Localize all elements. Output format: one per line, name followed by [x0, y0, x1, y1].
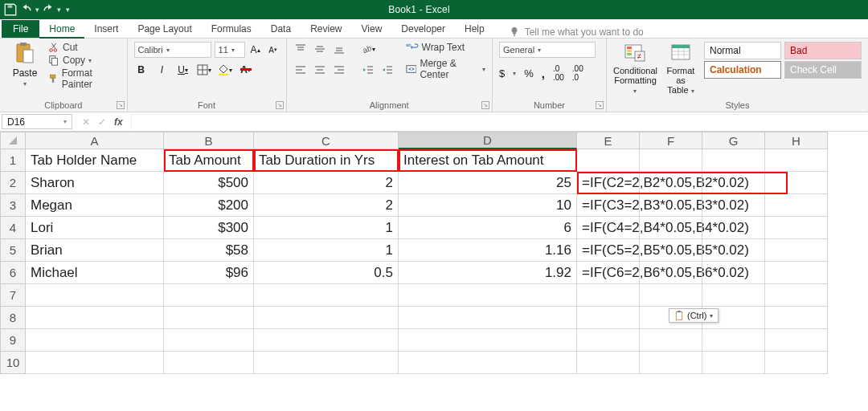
enter-formula-icon[interactable]: ✓: [98, 116, 106, 128]
cell-A7[interactable]: [26, 284, 164, 307]
borders-icon[interactable]: ▾: [197, 63, 211, 77]
col-header-E[interactable]: E: [577, 132, 640, 149]
cell-G5[interactable]: [702, 239, 765, 262]
merge-center-button[interactable]: Merge & Center ▾: [406, 58, 485, 80]
cell-A4[interactable]: Lori: [26, 217, 164, 239]
cell-style-calculation[interactable]: Calculation: [704, 61, 781, 79]
cell-G3[interactable]: [702, 194, 765, 217]
font-size-select[interactable]: 11▾: [215, 42, 245, 58]
cell-F6[interactable]: [640, 262, 702, 284]
cell-G1[interactable]: [702, 149, 765, 172]
percent-icon[interactable]: %: [524, 67, 534, 79]
decrease-decimal-icon[interactable]: .00.0: [572, 64, 583, 82]
tab-view[interactable]: View: [352, 20, 392, 38]
alignment-launcher[interactable]: ↘: [481, 101, 489, 109]
cell-A3[interactable]: Megan: [26, 194, 164, 217]
underline-icon[interactable]: U▾: [176, 63, 190, 77]
cancel-formula-icon[interactable]: ✕: [82, 116, 90, 128]
cell-D5[interactable]: 1.16: [399, 239, 577, 262]
decrease-font-icon[interactable]: A▾: [266, 43, 280, 57]
cell-F4[interactable]: [640, 217, 702, 239]
italic-icon[interactable]: I: [155, 63, 170, 77]
tab-page-layout[interactable]: Page Layout: [128, 20, 201, 38]
row-header-1[interactable]: 1: [0, 149, 26, 172]
qat-custom-caret-icon[interactable]: ▾: [63, 6, 70, 14]
cell-A2[interactable]: Sharon: [26, 172, 164, 194]
tab-insert[interactable]: Insert: [84, 20, 128, 38]
align-right-icon[interactable]: [332, 63, 346, 77]
cell-E6[interactable]: =IF(C6=2,B6*0.05,B6*0.02): [577, 262, 640, 284]
fx-icon[interactable]: fx: [114, 116, 123, 128]
row-header-5[interactable]: 5: [0, 239, 26, 262]
bold-icon[interactable]: B: [134, 63, 149, 77]
row-header-10[interactable]: 10: [0, 352, 26, 374]
cell-E4[interactable]: =IF(C4=2,B4*0.05,B4*0.02): [577, 217, 640, 239]
name-box[interactable]: D16 ▾: [2, 114, 72, 129]
row-header-6[interactable]: 6: [0, 262, 26, 284]
cell-D4[interactable]: 6: [399, 217, 577, 239]
redo-caret-icon[interactable]: ▾: [57, 6, 61, 14]
tab-help[interactable]: Help: [455, 20, 494, 38]
cell-C2[interactable]: 2: [254, 172, 399, 194]
cell-F5[interactable]: [640, 239, 702, 262]
row-header-8[interactable]: 8: [0, 307, 26, 329]
paste-caret-icon[interactable]: ▾: [23, 80, 27, 87]
cell-style-check-cell[interactable]: Check Cell: [784, 61, 862, 79]
row-header-9[interactable]: 9: [0, 329, 26, 352]
cell-E3[interactable]: =IF(C3=2,B3*0.05,B3*0.02): [577, 194, 640, 217]
tab-formulas[interactable]: Formulas: [202, 20, 261, 38]
cell-G4[interactable]: [702, 217, 765, 239]
paste-options-caret-icon[interactable]: ▾: [710, 312, 713, 319]
cell-G6[interactable]: [702, 262, 765, 284]
font-color-icon[interactable]: A ▾: [239, 63, 253, 77]
cell-A1[interactable]: Tab Holder Name: [26, 149, 164, 172]
cell-B5[interactable]: $58: [164, 239, 254, 262]
paste-options-tag[interactable]: (Ctrl) ▾: [669, 308, 719, 323]
format-as-table-button[interactable]: Format asTable ▾: [662, 42, 699, 96]
align-middle-icon[interactable]: [313, 42, 327, 56]
col-header-D[interactable]: D: [399, 132, 577, 149]
cell-H1[interactable]: [765, 149, 828, 172]
cell-C6[interactable]: 0.5: [254, 262, 399, 284]
cell-E5[interactable]: =IF(C5=2,B5*0.05,B5*0.02): [577, 239, 640, 262]
number-format-select[interactable]: General▾: [499, 42, 596, 58]
increase-font-icon[interactable]: A▴: [248, 43, 263, 57]
cell-H3[interactable]: [765, 194, 828, 217]
cell-F3[interactable]: [640, 194, 702, 217]
wrap-text-button[interactable]: ab Wrap Text: [406, 42, 485, 53]
increase-decimal-icon[interactable]: .0.00: [553, 64, 564, 82]
currency-icon[interactable]: $: [499, 67, 505, 79]
select-all-corner[interactable]: [0, 132, 26, 149]
col-header-G[interactable]: G: [702, 132, 765, 149]
undo-icon[interactable]: [19, 2, 34, 17]
row-header-4[interactable]: 4: [0, 217, 26, 239]
cell-D6[interactable]: 1.92: [399, 262, 577, 284]
font-launcher[interactable]: ↘: [276, 101, 284, 109]
increase-indent-icon[interactable]: [380, 63, 395, 77]
cell-D3[interactable]: 10: [399, 194, 577, 217]
col-header-F[interactable]: F: [640, 132, 702, 149]
cell-style-normal[interactable]: Normal: [704, 42, 781, 59]
number-launcher[interactable]: ↘: [596, 101, 604, 109]
copy-button[interactable]: Copy ▾: [48, 55, 121, 66]
cell-B3[interactable]: $200: [164, 194, 254, 217]
redo-icon[interactable]: [41, 2, 55, 17]
col-header-C[interactable]: C: [254, 132, 399, 149]
cell-H6[interactable]: [765, 262, 828, 284]
cell-C4[interactable]: 1: [254, 217, 399, 239]
tab-data[interactable]: Data: [261, 20, 301, 38]
cell-H5[interactable]: [765, 239, 828, 262]
decrease-indent-icon[interactable]: [361, 63, 375, 77]
format-painter-button[interactable]: Format Painter: [48, 67, 121, 90]
cell-A5[interactable]: Brian: [26, 239, 164, 262]
align-left-icon[interactable]: [293, 63, 308, 77]
conditional-formatting-button[interactable]: ≠ ConditionalFormatting ▾: [613, 42, 657, 96]
comma-icon[interactable]: ,: [542, 67, 545, 80]
align-bottom-icon[interactable]: [332, 42, 346, 56]
font-name-select[interactable]: Calibri▾: [134, 42, 211, 58]
tab-file[interactable]: File: [2, 20, 39, 38]
row-header-3[interactable]: 3: [0, 194, 26, 217]
cell-A6[interactable]: Michael: [26, 262, 164, 284]
col-header-H[interactable]: H: [765, 132, 828, 149]
cell-F1[interactable]: [640, 149, 702, 172]
